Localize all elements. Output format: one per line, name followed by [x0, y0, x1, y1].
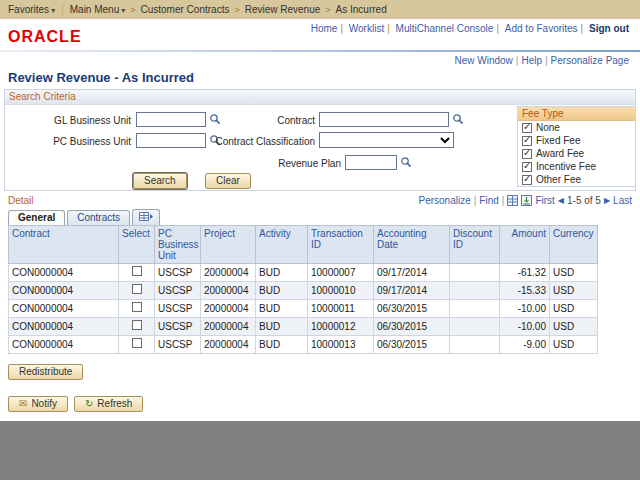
page-title: Review Revenue - As Incurred [0, 67, 640, 89]
next-page-icon[interactable]: ▶ [604, 196, 610, 205]
revenue-plan-input[interactable] [345, 155, 397, 170]
breadcrumb-separator-icon: > [130, 5, 135, 15]
fee-type-option-label: Fixed Fee [536, 135, 580, 146]
column-header-currency[interactable]: Currency [550, 226, 598, 264]
contract-classification-select[interactable] [319, 132, 454, 148]
worklist-link[interactable]: Worklist [349, 23, 384, 34]
cell-accounting-date: 09/17/2014 [374, 264, 450, 282]
redistribute-button[interactable]: Redistribute [8, 364, 83, 380]
find-link[interactable]: Find [479, 195, 498, 206]
fee-type-checkbox[interactable] [522, 123, 532, 133]
cell-discount-id [450, 282, 500, 300]
search-button[interactable]: Search [133, 173, 187, 189]
breadcrumb-review-revenue[interactable]: Review Revenue [245, 4, 321, 15]
multichannel-console-link[interactable]: MultiChannel Console [396, 23, 494, 34]
row-select-checkbox[interactable] [132, 266, 142, 276]
cell-activity: BUD [256, 282, 308, 300]
cell-amount: -10.00 [500, 318, 550, 336]
column-header-transaction-id[interactable]: Transaction ID [308, 226, 374, 264]
redistribute-row: Redistribute [0, 354, 640, 380]
fee-type-header: Fee Type [518, 107, 635, 121]
show-all-columns-tab[interactable] [132, 209, 160, 225]
personalize-page-link[interactable]: Personalize Page [551, 55, 629, 66]
last-link[interactable]: Last [613, 195, 632, 206]
cell-currency: USD [550, 300, 598, 318]
cell-contract: CON0000004 [9, 336, 119, 354]
fee-type-checkbox[interactable] [522, 136, 532, 146]
contract-lookup-icon[interactable] [452, 113, 464, 127]
column-header-accounting-date[interactable]: Accounting Date [374, 226, 450, 264]
breadcrumb-customer-contracts[interactable]: Customer Contracts [141, 4, 230, 15]
cell-activity: BUD [256, 300, 308, 318]
main-menu[interactable]: Main Menu▾ [70, 4, 125, 15]
fee-type-checkbox[interactable] [522, 162, 532, 172]
pc-business-unit-label: PC Business Unit [5, 136, 131, 147]
cell-transaction-id: 10000011 [308, 300, 374, 318]
personalize-link[interactable]: Personalize [418, 195, 470, 206]
column-header-project[interactable]: Project [201, 226, 256, 264]
help-link[interactable]: Help [521, 55, 542, 66]
cell-transaction-id: 10000013 [308, 336, 374, 354]
page-toolbar: New Window| Help| Personalize Page [0, 52, 640, 67]
cell-amount: -15.33 [500, 282, 550, 300]
refresh-icon: ↻ [85, 398, 93, 409]
column-header-contract[interactable]: Contract [9, 226, 119, 264]
add-to-favorites-link[interactable]: Add to Favorites [505, 23, 578, 34]
sign-out-link[interactable]: Sign out [589, 23, 629, 34]
row-select-checkbox[interactable] [132, 284, 142, 294]
cell-currency: USD [550, 318, 598, 336]
column-header-discount-id[interactable]: Discount ID [450, 226, 500, 264]
breadcrumb-as-incurred[interactable]: As Incurred [336, 4, 387, 15]
table-row: CON0000004USCSP20000004BUD1000001306/30/… [9, 336, 598, 354]
cell-transaction-id: 10000012 [308, 318, 374, 336]
content-area: Favorites▾ | Main Menu▾ > Customer Contr… [0, 0, 640, 421]
view-all-icon[interactable] [507, 195, 518, 206]
previous-page-icon[interactable]: ◀ [558, 196, 564, 205]
cell-amount: -61.32 [500, 264, 550, 282]
favorites-menu[interactable]: Favorites▾ [8, 4, 55, 15]
detail-table: Contract Select PC Business Unit Project… [8, 225, 598, 354]
contract-input[interactable] [319, 112, 449, 127]
fee-type-checkbox[interactable] [522, 149, 532, 159]
row-select-checkbox[interactable] [132, 338, 142, 348]
cell-activity: BUD [256, 318, 308, 336]
table-row: CON0000004USCSP20000004BUD1000001106/30/… [9, 300, 598, 318]
cell-discount-id [450, 264, 500, 282]
fee-type-option: Award Fee [518, 147, 635, 160]
cell-project: 20000004 [201, 264, 256, 282]
detail-tabs: General Contracts [0, 208, 640, 225]
fee-type-checkbox[interactable] [522, 175, 532, 185]
notify-button[interactable]: ✉Notify [8, 396, 68, 412]
first-link[interactable]: First [535, 195, 554, 206]
cell-currency: USD [550, 282, 598, 300]
contract-classification-label: Contract Classification [195, 136, 315, 147]
fee-type-box: Fee Type NoneFixed FeeAward FeeIncentive… [517, 106, 636, 187]
download-icon[interactable] [521, 195, 532, 206]
refresh-button[interactable]: ↻Refresh [74, 396, 143, 412]
detail-header: Detail Personalize | Find | First ◀ 1-5 … [0, 191, 640, 208]
column-header-activity[interactable]: Activity [256, 226, 308, 264]
breadcrumb-separator-icon: > [325, 5, 330, 15]
new-window-link[interactable]: New Window [454, 55, 512, 66]
detail-title: Detail [8, 195, 34, 206]
breadcrumb-divider: | [61, 4, 64, 15]
column-header-amount[interactable]: Amount [500, 226, 550, 264]
cell-discount-id [450, 336, 500, 354]
table-header-row: Contract Select PC Business Unit Project… [9, 226, 598, 264]
detail-table-body: CON0000004USCSP20000004BUD1000000709/17/… [9, 264, 598, 354]
clear-button[interactable]: Clear [205, 173, 251, 189]
cell-accounting-date: 06/30/2015 [374, 300, 450, 318]
row-select-checkbox[interactable] [132, 302, 142, 312]
revenue-plan-lookup-icon[interactable] [400, 156, 412, 170]
tab-contracts[interactable]: Contracts [67, 210, 130, 225]
link-separator: | [516, 55, 519, 66]
revenue-plan-label: Revenue Plan [225, 158, 341, 169]
home-link[interactable]: Home [311, 23, 338, 34]
row-select-checkbox[interactable] [132, 320, 142, 330]
chevron-down-icon: ▾ [121, 6, 125, 15]
search-criteria-header: Search Criteria [5, 90, 635, 105]
column-header-pc-business-unit[interactable]: PC Business Unit [155, 226, 201, 264]
cell-select [119, 282, 155, 300]
tab-general[interactable]: General [8, 210, 65, 225]
cell-amount: -9.00 [500, 336, 550, 354]
